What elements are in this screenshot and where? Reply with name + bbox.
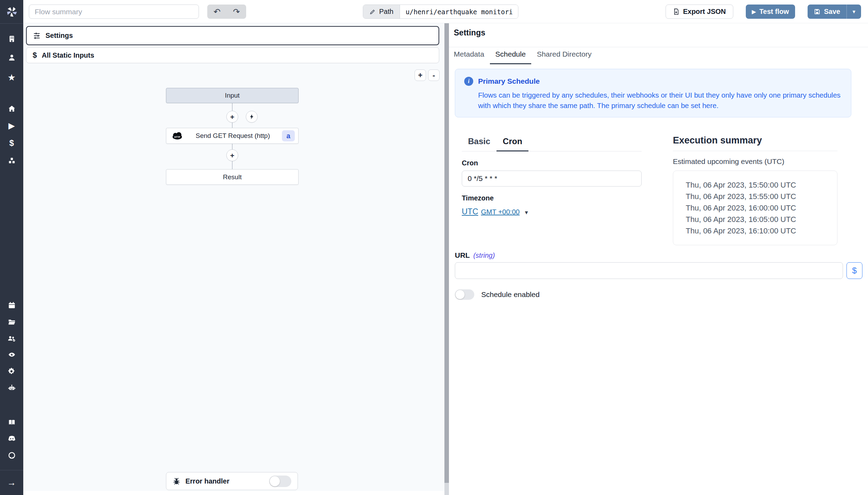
canvas-scrollbar-track[interactable]	[23, 491, 444, 495]
windmill-logo[interactable]	[0, 5, 23, 19]
dollar-icon: $	[33, 51, 37, 60]
sidebar-item-home[interactable]	[0, 103, 23, 115]
http-step-label: Send GET Request (http)	[184, 132, 282, 140]
all-static-inputs-box[interactable]: $ All Static Inputs	[26, 47, 439, 63]
redo-button[interactable]: ↷	[227, 5, 246, 19]
url-type-annotation: (string)	[473, 251, 495, 259]
zoom-in-button[interactable]: +	[415, 69, 426, 81]
flow-settings-label: Settings	[45, 32, 73, 40]
http-step-node[interactable]: HTTP Send GET Request (http) a	[166, 128, 299, 144]
sidebar-item-audit[interactable]	[0, 349, 23, 361]
insert-variable-button[interactable]: $	[846, 262, 862, 279]
result-node-label: Result	[223, 173, 242, 181]
tab-schedule[interactable]: Schedule	[490, 50, 532, 64]
sidebar-separator	[0, 470, 23, 470]
sidebar-item-workers[interactable]	[0, 382, 23, 394]
caret-down-icon: ▼	[524, 209, 529, 215]
step-id-badge: a	[282, 130, 295, 141]
sidebar-item-github[interactable]	[0, 449, 23, 461]
add-trigger-button[interactable]	[246, 111, 258, 123]
execution-summary: Execution summary Estimated upcoming eve…	[673, 134, 837, 245]
sliders-icon	[33, 32, 41, 40]
gear-icon	[8, 367, 16, 376]
book-icon	[8, 419, 16, 426]
path-label: Path	[379, 8, 393, 16]
star-icon: ★	[8, 73, 16, 82]
bug-icon	[173, 477, 181, 485]
execution-summary-title: Execution summary	[673, 135, 837, 146]
sidebar-item-docs[interactable]	[0, 416, 23, 428]
schedule-enabled-row: Schedule enabled	[455, 289, 540, 300]
timezone-offset: GMT +00:00	[481, 208, 519, 216]
add-step-button[interactable]: +	[226, 111, 238, 123]
export-json-button[interactable]: Export JSON	[666, 5, 733, 19]
save-dropdown-button[interactable]: ▾	[846, 5, 861, 19]
export-json-label: Export JSON	[683, 8, 726, 16]
sidebar: ★ ▶ $ →	[0, 0, 23, 495]
plus-icon: +	[230, 113, 234, 121]
sidebar-item-variables[interactable]: $	[0, 137, 23, 149]
cubes-icon	[8, 157, 16, 165]
schedule-form: Basic Cron Cron Timezone UTC GMT +00:00 …	[462, 134, 642, 216]
windmill-logo-icon	[6, 6, 18, 18]
timezone-value: UTC	[462, 207, 478, 216]
settings-panel: Settings Metadata Schedule Shared Direct…	[449, 23, 868, 495]
result-node[interactable]: Result	[166, 169, 299, 185]
input-node-label: Input	[225, 92, 240, 99]
sidebar-item-folders[interactable]	[0, 316, 23, 328]
timezone-label: Timezone	[462, 194, 642, 202]
add-step-button[interactable]: +	[226, 149, 238, 161]
error-handler-toggle[interactable]	[269, 476, 291, 487]
sidebar-item-user[interactable]	[0, 52, 23, 64]
zoom-out-button[interactable]: -	[428, 69, 440, 81]
tab-shared-directory[interactable]: Shared Directory	[531, 50, 597, 64]
test-flow-button[interactable]: ▶ Test flow	[746, 5, 795, 19]
plus-icon: +	[230, 152, 234, 159]
sidebar-item-favorites[interactable]: ★	[0, 72, 23, 83]
sidebar-item-groups[interactable]	[0, 333, 23, 345]
error-handler-label: Error handler	[185, 477, 229, 485]
save-button[interactable]: Save	[808, 5, 846, 19]
sidebar-item-runs[interactable]: ▶	[0, 120, 23, 132]
path-input[interactable]	[400, 5, 518, 18]
users-gear-icon	[8, 335, 16, 343]
file-export-icon	[673, 8, 679, 15]
url-input[interactable]	[455, 262, 843, 279]
arrow-right-icon: →	[7, 478, 16, 487]
schedule-enabled-toggle[interactable]	[455, 289, 474, 300]
sidebar-item-schedules[interactable]	[0, 299, 23, 311]
sidebar-collapse-button[interactable]: →	[0, 477, 23, 488]
sidebar-item-workspace[interactable]	[0, 33, 23, 45]
chevron-down-icon: ▾	[852, 9, 855, 15]
tab-metadata[interactable]: Metadata	[454, 50, 490, 64]
cron-input[interactable]	[462, 171, 642, 187]
scheduled-event: Thu, 06 Apr 2023, 15:55:00 UTC	[686, 191, 834, 202]
tab-cron[interactable]: Cron	[496, 134, 528, 151]
scheduled-event: Thu, 06 Apr 2023, 16:05:00 UTC	[686, 214, 834, 225]
info-body: Flows can be triggered by any schedules,…	[478, 90, 848, 110]
error-handler-box[interactable]: Error handler	[166, 472, 298, 490]
scheduled-event: Thu, 06 Apr 2023, 15:50:00 UTC	[686, 179, 834, 191]
schedule-mode-tabs: Basic Cron	[462, 134, 642, 151]
panel-resize-handle[interactable]	[444, 23, 449, 495]
tab-basic[interactable]: Basic	[462, 134, 496, 151]
eye-icon	[8, 351, 16, 358]
upcoming-events-box: Thu, 06 Apr 2023, 15:50:00 UTC Thu, 06 A…	[673, 171, 837, 245]
flow-settings-box[interactable]: Settings	[26, 26, 439, 45]
undo-redo-group: ↶ ↷	[207, 5, 246, 19]
undo-button[interactable]: ↶	[207, 5, 227, 19]
upcoming-events-label: Estimated upcoming events (UTC)	[673, 157, 837, 166]
home-icon	[8, 105, 16, 113]
sidebar-separator	[0, 23, 23, 24]
svg-text:HTTP: HTTP	[174, 136, 181, 138]
info-icon: i	[464, 77, 473, 86]
robot-icon	[8, 384, 16, 392]
flow-summary-input[interactable]	[29, 5, 199, 19]
path-badge: Path	[363, 5, 400, 18]
sidebar-item-discord[interactable]	[0, 433, 23, 445]
sidebar-item-settings[interactable]	[0, 365, 23, 377]
timezone-select[interactable]: UTC GMT +00:00 ▼	[462, 207, 529, 216]
input-node[interactable]: Input	[166, 88, 299, 103]
primary-schedule-info-box: i Primary Schedule Flows can be triggere…	[455, 69, 851, 117]
sidebar-item-resources[interactable]	[0, 155, 23, 167]
